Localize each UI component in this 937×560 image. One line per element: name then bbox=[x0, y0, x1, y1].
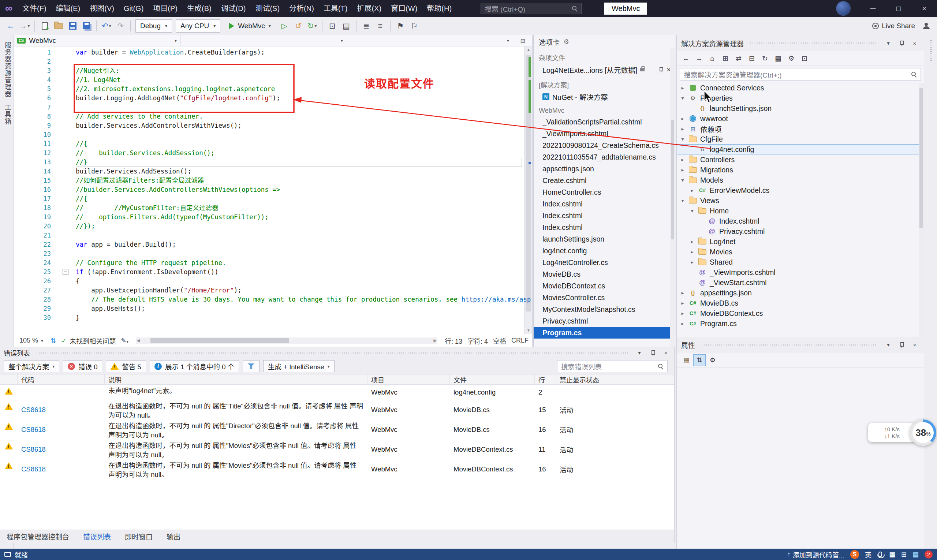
chevron-collapsed-icon[interactable]: ▸ bbox=[679, 126, 686, 132]
chevron-collapsed-icon[interactable]: ▸ bbox=[679, 311, 686, 316]
ime-toolbox-icon[interactable]: ⊞ bbox=[901, 551, 906, 558]
tree-item[interactable]: @Index.cshtml bbox=[677, 216, 924, 226]
tree-item[interactable]: ▸Migrations bbox=[677, 165, 924, 175]
document-outline-icon[interactable]: ▤ bbox=[340, 19, 352, 33]
code-line[interactable]: 26{ bbox=[14, 277, 532, 286]
menu-item[interactable]: 视图(V) bbox=[85, 0, 119, 17]
property-pages-icon[interactable]: ⚙ bbox=[707, 355, 719, 366]
tree-item[interactable]: ▸Movies bbox=[677, 247, 924, 257]
horizontal-scrollbar[interactable]: ◀ ▶ bbox=[136, 337, 437, 344]
code-line[interactable]: 4//1、Log4Net bbox=[14, 75, 532, 85]
chevron-collapsed-icon[interactable]: ▸ bbox=[688, 259, 696, 265]
code-line[interactable]: 2 bbox=[14, 57, 532, 66]
drag-grip[interactable] bbox=[37, 352, 628, 354]
bottom-tab[interactable]: 输出 bbox=[166, 531, 180, 542]
feedback-button[interactable] bbox=[920, 19, 932, 33]
ime-keyboard-icon[interactable]: ▦ bbox=[889, 551, 895, 558]
scrollbar-thumb[interactable] bbox=[671, 120, 674, 239]
close-button[interactable]: × bbox=[911, 0, 937, 17]
home-icon[interactable]: ⌂ bbox=[706, 53, 719, 65]
scroll-right-icon[interactable]: ▶ bbox=[433, 337, 436, 344]
scope-dropdown[interactable]: 整个解决方案▾ bbox=[4, 360, 59, 372]
code-line[interactable]: 13//} bbox=[14, 158, 532, 167]
code-line[interactable]: 14builder.Services.AddSession(); bbox=[14, 167, 532, 176]
column-description[interactable]: 说明 bbox=[105, 374, 368, 384]
vertical-tab-item[interactable]: MoviesController.cs bbox=[534, 292, 675, 303]
menu-item[interactable]: 测试(S) bbox=[250, 0, 285, 17]
tree-item[interactable]: ▾⚙Properties bbox=[677, 93, 924, 103]
navigate-backward-icon[interactable]: ← bbox=[680, 53, 692, 65]
tree-item[interactable]: ▸wwwroot bbox=[677, 114, 924, 124]
code-line[interactable]: 5//2、microsoft.extensions.logging.log4ne… bbox=[14, 85, 532, 94]
minimize-button[interactable]: ─ bbox=[860, 0, 886, 17]
sync-icon[interactable]: ⇅ bbox=[51, 337, 56, 345]
undo-icon[interactable]: ↶▾ bbox=[100, 19, 113, 33]
menu-item[interactable]: 分析(N) bbox=[285, 0, 319, 17]
code-line[interactable]: 22var app = builder.Build(); bbox=[14, 240, 532, 249]
sync-with-active-document-icon[interactable]: ⇄ bbox=[732, 53, 745, 65]
code-line[interactable]: 15//如何配置过滤器Filters:配置全局过滤器 bbox=[14, 176, 532, 185]
drag-grip[interactable] bbox=[750, 42, 877, 44]
quick-search-input[interactable]: 搜索 (Ctrl+Q) bbox=[481, 3, 582, 14]
code-line[interactable]: 9builder.Services.AddControllersWithView… bbox=[14, 121, 532, 130]
error-row[interactable]: CS8618在退出构造函数时，不可为 null 的 属性"Director"必须… bbox=[0, 420, 674, 440]
chevron-collapsed-icon[interactable]: ▸ bbox=[679, 290, 686, 296]
chevron-down-icon[interactable]: ▾ bbox=[635, 348, 644, 358]
error-row[interactable]: CS8618在退出构造函数时，不可为 null 的 属性"Movies"必须包含… bbox=[0, 459, 674, 479]
start-debugging-button[interactable]: WebMvc▾ bbox=[225, 19, 275, 32]
cell-code[interactable]: CS8618 bbox=[18, 400, 105, 420]
code-line[interactable]: 30} bbox=[14, 313, 532, 323]
maximize-button[interactable]: □ bbox=[886, 0, 911, 17]
live-share-button[interactable]: Live Share bbox=[869, 19, 919, 33]
vertical-tab-item[interactable]: appsettings.json bbox=[534, 163, 675, 175]
tree-item[interactable]: ▸Shared bbox=[677, 257, 924, 267]
error-row[interactable]: 未声明"log4net"元素。WebMvclog4net.config2 bbox=[0, 385, 674, 400]
cell-code[interactable]: CS8618 bbox=[18, 420, 105, 440]
code-line[interactable]: 17//{ bbox=[14, 194, 532, 203]
pin-icon[interactable] bbox=[897, 340, 906, 349]
menu-item[interactable]: 工具(T) bbox=[319, 0, 352, 17]
code-line[interactable]: 27 app.UseExceptionHandler("/Home/Error"… bbox=[14, 286, 532, 295]
close-icon[interactable]: × bbox=[910, 340, 919, 349]
window-switch-icon[interactable]: ▤ bbox=[912, 551, 919, 558]
column-line[interactable]: 行 bbox=[535, 374, 556, 384]
menu-item[interactable]: 文件(F) bbox=[18, 0, 51, 17]
tree-item[interactable]: ▸C#MovieDBContext.cs bbox=[677, 308, 924, 318]
next-bookmark-icon[interactable]: ⚐ bbox=[408, 19, 420, 33]
code-line[interactable]: 25−if (!app.Environment.IsDevelopment()) bbox=[14, 268, 532, 277]
chevron-expanded-icon[interactable]: ▾ bbox=[679, 95, 686, 101]
tree-item[interactable]: @_ViewImports.cshtml bbox=[677, 267, 924, 277]
code-line[interactable]: 20//}); bbox=[14, 222, 532, 231]
autohide-tab[interactable]: 服务器资源管理器 bbox=[3, 42, 12, 97]
close-icon[interactable]: × bbox=[661, 348, 671, 358]
vertical-tab-item[interactable]: 20221011035547_addtablename.cs bbox=[534, 151, 675, 163]
tree-item[interactable]: ▸⊞依赖项 bbox=[677, 124, 924, 134]
code-line[interactable]: 7 bbox=[14, 103, 532, 112]
save-icon[interactable] bbox=[66, 19, 79, 33]
column-suppression-state[interactable]: 禁止显示状态 bbox=[556, 374, 674, 384]
refresh-icon[interactable]: ↻ bbox=[759, 53, 771, 65]
solution-search-input[interactable]: 搜索解决方案资源管理器(Ctrl+;) bbox=[680, 68, 921, 80]
code-line[interactable]: 28 // The default HSTS value is 30 days.… bbox=[14, 295, 532, 304]
save-all-icon[interactable] bbox=[80, 19, 92, 33]
chevron-collapsed-icon[interactable]: ▸ bbox=[679, 167, 686, 173]
code-line[interactable]: 19// options.Filters.Add(typeof(MyCustom… bbox=[14, 213, 532, 222]
column-code[interactable]: 代码 bbox=[18, 374, 105, 384]
hot-reload-icon[interactable]: ↺ bbox=[292, 19, 305, 33]
menu-item[interactable]: 扩展(X) bbox=[352, 0, 386, 17]
new-project-icon[interactable] bbox=[38, 19, 51, 33]
scroll-down-icon[interactable]: ▼ bbox=[525, 327, 532, 334]
categorized-icon[interactable]: ▦ bbox=[680, 355, 692, 366]
close-icon[interactable]: × bbox=[910, 38, 919, 48]
chevron-collapsed-icon[interactable]: ▸ bbox=[688, 238, 696, 245]
fold-collapse-icon[interactable]: − bbox=[63, 269, 68, 275]
alphabetical-icon[interactable]: ⇅ bbox=[694, 355, 705, 366]
show-all-files-icon[interactable]: ▤ bbox=[772, 53, 785, 65]
error-row[interactable]: CS8618在退出构造函数时，不可为 null 的 属性"Movies"必须包含… bbox=[0, 440, 674, 459]
code-line[interactable]: 29 app.UseHsts(); bbox=[14, 304, 532, 313]
scrollbar-thumb[interactable] bbox=[919, 88, 923, 228]
vertical-tab-item[interactable]: MovieDB.cs bbox=[534, 268, 675, 280]
tree-item[interactable]: ▸{}appsettings.json bbox=[677, 288, 924, 298]
bottom-tab[interactable]: 即时窗口 bbox=[125, 531, 152, 542]
tree-item[interactable]: ▾Models bbox=[677, 175, 924, 185]
